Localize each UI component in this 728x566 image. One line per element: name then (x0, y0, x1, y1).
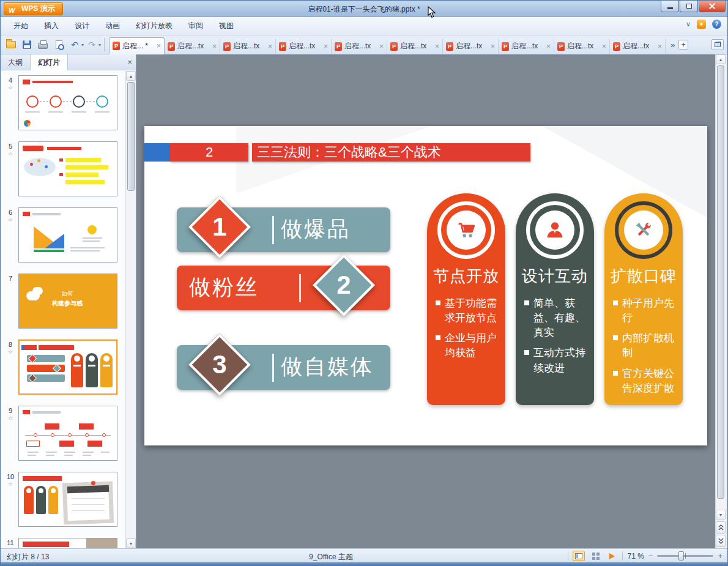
tab-slides[interactable]: 幻灯片 (30, 54, 68, 70)
document-tab[interactable]: P启程...tx× (332, 39, 387, 54)
slide-thumbnail-9[interactable] (18, 406, 117, 461)
document-tab[interactable]: P启程...tx× (165, 39, 220, 54)
slide-thumbnail-5[interactable] (18, 141, 117, 196)
document-tab[interactable]: P启程...tx× (499, 39, 554, 54)
zoom-out-button[interactable]: − (648, 552, 653, 560)
print-button[interactable] (35, 37, 50, 52)
save-button[interactable] (20, 37, 34, 52)
minimize-button[interactable] (661, 1, 679, 12)
new-tab-button[interactable]: + (678, 40, 688, 50)
tactic-card-nodes[interactable]: 节点开放 基于功能需求开放节点 企业与用户均获益 (427, 193, 505, 405)
zoom-slider[interactable] (657, 555, 713, 557)
slide-thumbnail-6[interactable] (18, 207, 117, 263)
document-tab[interactable]: P启程...tx× (554, 39, 610, 54)
redo-button[interactable]: ↷ (84, 37, 99, 52)
scroll-down-icon[interactable]: ▼ (126, 538, 136, 548)
bullet-item: 内部扩散机制 (613, 331, 678, 360)
slide-canvas[interactable]: 2 三三法则：三个战略&三个战术 做爆品 做粉丝 做自媒体 1 2 3 (136, 54, 715, 548)
tab-close-icon[interactable]: × (212, 43, 217, 50)
menu-review[interactable]: 审阅 (180, 18, 211, 34)
close-button[interactable] (699, 1, 726, 12)
menu-design[interactable]: 设计 (67, 18, 97, 34)
panel-scrollbar[interactable]: ▲ ▼ (125, 71, 136, 548)
tactic-card-interaction[interactable]: 设计互动 简单、获益、有趣、真实 互动方式持续改进 (516, 193, 594, 405)
undo-caret-icon[interactable]: ▾ (81, 42, 84, 48)
wps-window: W WPS 演示 启程01-谁是下一头会飞的猪.pptx * 开始 插入 设计 … (0, 0, 728, 566)
pptx-file-icon: P (279, 42, 286, 51)
restore-button[interactable] (680, 1, 698, 12)
menu-view[interactable]: 视图 (211, 18, 242, 34)
undo-icon: ↶ (71, 40, 78, 49)
main-scrollbar[interactable]: ▲ ▼ (715, 54, 726, 548)
slide-thumbnail-8-selected[interactable] (18, 340, 117, 395)
status-bar: 幻灯片 8 / 13 9_Office 主题 71 % − + (1, 548, 727, 562)
restore-icon (686, 4, 692, 9)
document-tab[interactable]: P启程...tx× (443, 39, 499, 54)
tab-close-icon[interactable]: × (157, 42, 161, 50)
menu-animation[interactable]: 动画 (97, 18, 128, 34)
scroll-down-icon[interactable]: ▼ (716, 510, 726, 519)
slide-thumbnail-7[interactable]: 如何 构建参与感 (18, 274, 117, 329)
open-button[interactable] (4, 37, 18, 52)
tab-list-button[interactable] (711, 39, 724, 50)
menu-insert[interactable]: 插入 (36, 18, 67, 34)
tab-close-icon[interactable]: × (546, 43, 551, 50)
document-tab[interactable]: P启程...tx× (220, 39, 276, 54)
redo-icon: ↷ (88, 40, 95, 49)
scroll-up-icon[interactable]: ▲ (716, 54, 726, 64)
tab-close-icon[interactable]: × (435, 43, 439, 50)
thumbnail-preview (19, 208, 117, 262)
document-tab[interactable]: P启程...tx× (387, 39, 443, 54)
scroll-up-icon[interactable]: ▲ (126, 71, 136, 81)
tab-close-icon[interactable]: × (268, 43, 272, 50)
header-blue-accent[interactable] (144, 143, 170, 162)
pptx-file-icon: P (335, 42, 342, 51)
normal-view-button[interactable] (573, 551, 585, 561)
section-number-box[interactable]: 2 (170, 143, 248, 162)
card-bullets: 种子用户先行 内部扩散机制 官方关键公告深度扩散 (613, 296, 678, 396)
theme-name: 9_Office 主题 (270, 552, 392, 562)
slideshow-button[interactable] (606, 551, 618, 561)
tab-close-icon[interactable]: × (491, 43, 495, 50)
tab-overflow-button[interactable]: » (670, 40, 675, 50)
panel-scrollbar-thumb[interactable] (127, 82, 135, 191)
skin-icon[interactable]: ✦ (697, 20, 706, 29)
document-tab[interactable]: P启程...tx× (276, 39, 332, 54)
tab-outline[interactable]: 大纲 (1, 54, 30, 70)
menu-slideshow[interactable]: 幻灯片放映 (128, 18, 180, 34)
slide-sorter-button[interactable] (589, 551, 601, 561)
tactic-card-spread[interactable]: 扩散口碑 种子用户先行 内部扩散机制 官方关键公告深度扩散 (604, 193, 683, 405)
menu-bar: 开始 插入 设计 动画 幻灯片放映 审阅 视图 ∨ ✦ ? (1, 17, 727, 35)
tab-close-icon[interactable]: × (324, 43, 328, 50)
slide-title-banner[interactable]: 三三法则：三个战略&三个战术 (252, 143, 530, 162)
thumbnail-preview (19, 472, 117, 526)
help-icon[interactable]: ? (712, 20, 721, 29)
slide-thumbnail-10[interactable] (18, 472, 117, 527)
tab-close-icon[interactable]: × (379, 43, 384, 50)
slide-thumbnail-11[interactable] (18, 538, 117, 548)
previous-slide-button[interactable] (716, 521, 726, 534)
next-slide-button[interactable] (716, 535, 726, 547)
zoom-slider-thumb[interactable] (678, 551, 684, 560)
slide-thumbnail-4[interactable] (18, 75, 117, 130)
tab-close-icon[interactable]: × (658, 43, 662, 50)
document-tab[interactable]: P启程...tx× (610, 39, 666, 54)
slide-editing-area[interactable]: 2 三三法则：三个战略&三个战术 做爆品 做粉丝 做自媒体 1 2 3 (144, 126, 707, 445)
tab-list-icon (715, 42, 721, 47)
slide-counter: 幻灯片 8 / 13 (7, 552, 49, 562)
double-chevron-down-icon (718, 538, 724, 544)
menu-home[interactable]: 开始 (6, 18, 36, 34)
tab-close-icon[interactable]: × (602, 43, 606, 50)
wps-menu-button[interactable]: W WPS 演示 (4, 2, 63, 15)
undo-button[interactable]: ↶ (67, 37, 82, 52)
panel-close-icon[interactable]: × (127, 58, 132, 67)
document-tab-active[interactable]: P 启程... * × (109, 37, 165, 54)
collapse-ribbon-icon[interactable]: ∨ (686, 20, 691, 28)
thumbnail-number: 7 (4, 275, 17, 283)
folder-open-icon (6, 41, 16, 48)
animation-star-icon: ☆ (4, 349, 17, 356)
main-scrollbar-thumb[interactable] (717, 65, 724, 499)
print-preview-button[interactable] (51, 37, 66, 52)
zoom-in-button[interactable]: + (718, 552, 722, 560)
redo-caret-icon[interactable]: ▾ (98, 42, 101, 48)
